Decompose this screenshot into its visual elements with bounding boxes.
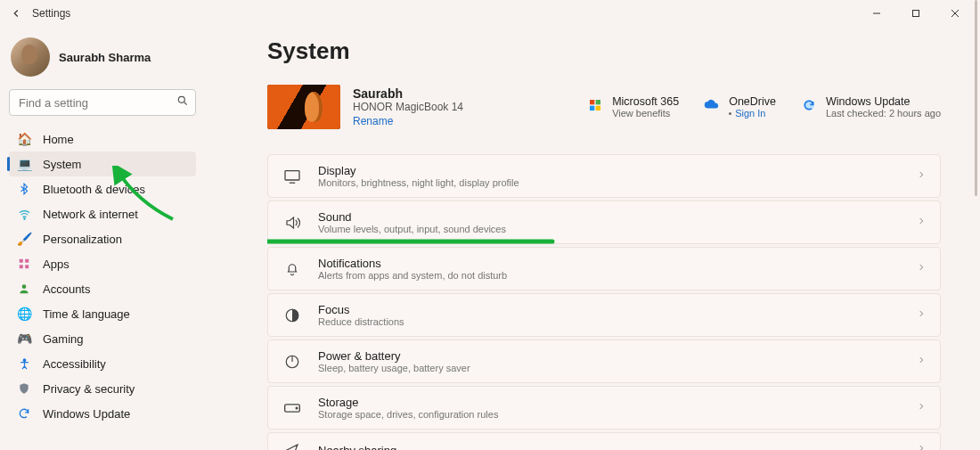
user-block[interactable]: Saurabh Sharma	[9, 32, 196, 89]
nav-item-privacy[interactable]: Privacy & security	[9, 376, 196, 401]
search-wrapper	[9, 89, 196, 116]
card-focus[interactable]: FocusReduce distractions	[267, 293, 941, 337]
chevron-right-icon	[917, 168, 926, 184]
nav-item-apps[interactable]: Apps	[9, 251, 196, 276]
settings-cards: DisplayMonitors, brightness, night light…	[267, 154, 941, 450]
card-power[interactable]: Power & batterySleep, battery usage, bat…	[267, 340, 941, 383]
avatar	[11, 37, 50, 77]
card-sub: Reduce distractions	[318, 316, 404, 327]
status-onedrive[interactable]: OneDrive Sign In	[704, 95, 776, 119]
card-title: Power & battery	[318, 349, 470, 363]
status-sub: View benefits	[612, 108, 679, 119]
status-title: Microsoft 365	[612, 95, 679, 108]
status-title: OneDrive	[729, 95, 776, 108]
accessibility-icon	[16, 357, 32, 371]
close-button[interactable]	[935, 0, 975, 27]
status-title: Windows Update	[826, 95, 941, 108]
nav-item-personalization[interactable]: 🖌️ Personalization	[9, 226, 196, 251]
svg-point-24	[296, 407, 298, 409]
svg-point-4	[178, 96, 184, 102]
window-controls	[857, 0, 975, 27]
nav-item-update[interactable]: Windows Update	[9, 401, 196, 426]
m365-icon	[587, 95, 603, 119]
power-icon	[282, 354, 302, 370]
card-nearby[interactable]: Nearby sharing	[267, 432, 941, 450]
status-sub: Last checked: 2 hours ago	[826, 108, 941, 119]
nav-label: Apps	[43, 258, 69, 271]
card-sound[interactable]: SoundVolume levels, output, input, sound…	[267, 200, 941, 244]
card-sub: Volume levels, output, input, sound devi…	[318, 224, 506, 234]
svg-point-6	[23, 217, 24, 218]
speaker-icon	[282, 215, 302, 231]
bluetooth-icon	[16, 183, 32, 195]
nav-item-gaming[interactable]: 🎮 Gaming	[9, 326, 196, 351]
status-m365[interactable]: Microsoft 365 View benefits	[587, 95, 679, 119]
nav-item-accounts[interactable]: Accounts	[9, 276, 196, 301]
focus-icon	[282, 307, 302, 323]
card-title: Notifications	[318, 257, 507, 270]
nav-label: Windows Update	[43, 407, 130, 421]
nav-label: Personalization	[43, 233, 122, 246]
nav-item-system[interactable]: 💻 System	[9, 151, 196, 176]
svg-rect-16	[596, 106, 600, 110]
nav-label: Gaming	[43, 332, 84, 346]
cloud-icon	[704, 95, 720, 119]
card-title: Focus	[318, 303, 404, 316]
pc-thumbnail	[267, 85, 340, 129]
svg-rect-18	[285, 170, 299, 179]
monitor-icon	[282, 169, 302, 184]
svg-rect-10	[25, 265, 29, 268]
back-button[interactable]	[5, 3, 27, 24]
home-icon: 🏠	[16, 132, 32, 146]
apps-icon	[16, 258, 32, 270]
window-title: Settings	[32, 7, 70, 20]
system-icon: 💻	[16, 157, 32, 171]
nav-label: Home	[43, 133, 74, 146]
card-storage[interactable]: StorageStorage space, drives, configurat…	[267, 386, 941, 430]
wifi-icon	[16, 208, 32, 221]
nav-item-accessibility[interactable]: Accessibility	[9, 351, 196, 376]
scrollbar[interactable]	[975, 0, 977, 196]
nav-label: Privacy & security	[43, 382, 135, 396]
globe-icon: 🌐	[16, 307, 32, 321]
nav-item-bluetooth[interactable]: Bluetooth & devices	[9, 176, 196, 201]
system-header: Saurabh HONOR MagicBook 14 Rename Micros…	[267, 85, 941, 129]
svg-rect-15	[590, 106, 594, 110]
svg-rect-9	[20, 265, 23, 268]
card-display[interactable]: DisplayMonitors, brightness, night light…	[267, 154, 941, 198]
user-name: Saurabh Sharma	[59, 51, 151, 64]
card-sub: Monitors, brightness, night light, displ…	[318, 177, 519, 188]
search-icon	[176, 94, 189, 110]
nav-label: Accounts	[43, 282, 90, 296]
svg-point-12	[23, 358, 26, 361]
card-sub: Sleep, battery usage, battery saver	[318, 363, 470, 373]
search-input[interactable]	[9, 89, 196, 116]
card-title: Sound	[318, 210, 506, 224]
maximize-button[interactable]	[896, 0, 935, 27]
nav-item-time[interactable]: 🌐 Time & language	[9, 301, 196, 326]
svg-rect-14	[596, 100, 600, 104]
svg-point-11	[22, 284, 27, 289]
chevron-right-icon	[917, 400, 926, 416]
shield-icon	[16, 382, 32, 395]
nav-item-network[interactable]: Network & internet	[9, 201, 196, 226]
chevron-right-icon	[917, 261, 926, 277]
update-icon	[16, 407, 32, 420]
titlebar: Settings	[0, 0, 980, 27]
rename-link[interactable]: Rename	[353, 115, 463, 127]
card-notifications[interactable]: NotificationsAlerts from apps and system…	[267, 247, 941, 290]
card-sub: Storage space, drives, configuration rul…	[318, 409, 498, 420]
nav-item-home[interactable]: 🏠 Home	[9, 127, 196, 151]
nav-label: Bluetooth & devices	[43, 183, 145, 196]
pc-name: Saurabh	[353, 86, 463, 101]
sidebar: Saurabh Sharma 🏠 Home 💻 System Blueto	[0, 27, 205, 450]
card-title: Storage	[318, 396, 498, 409]
pc-model: HONOR MagicBook 14	[353, 101, 463, 113]
minimize-button[interactable]	[857, 0, 896, 27]
svg-rect-1	[913, 11, 919, 17]
main-content: System Saurabh HONOR MagicBook 14 Rename…	[205, 27, 980, 450]
nav-label: System	[43, 158, 81, 171]
status-update[interactable]: Windows Update Last checked: 2 hours ago	[801, 95, 941, 119]
chevron-right-icon	[917, 442, 926, 450]
chevron-right-icon	[917, 215, 926, 231]
